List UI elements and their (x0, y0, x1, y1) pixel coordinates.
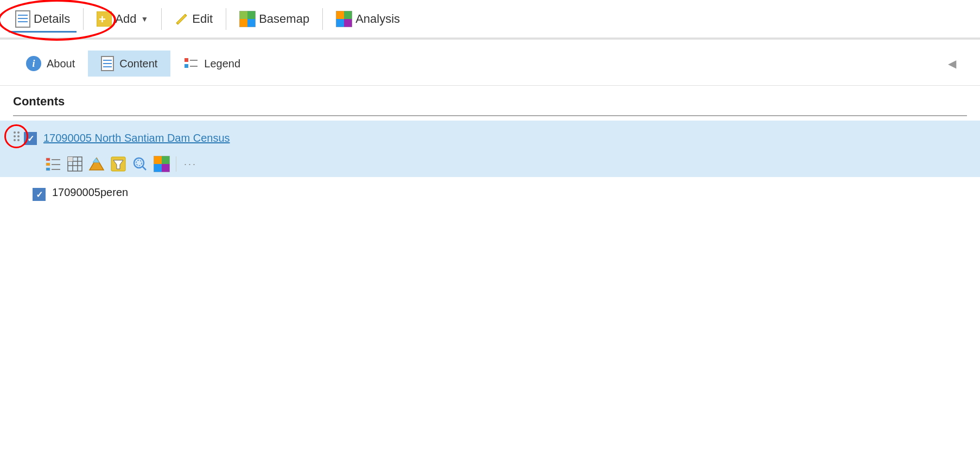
svg-rect-16 (336, 19, 344, 27)
zoom-to-tool[interactable] (130, 154, 150, 174)
svg-point-44 (136, 160, 142, 166)
contents-title: Contents (13, 94, 967, 109)
show-legend-icon (45, 156, 61, 172)
collapse-panel-button[interactable]: ◀ (937, 53, 967, 74)
divider-2 (161, 8, 162, 30)
about-icon: i (26, 56, 41, 71)
layer-analysis-icon (154, 156, 170, 172)
svg-rect-15 (344, 11, 352, 19)
filter-icon (110, 156, 126, 172)
details-label: Details (34, 12, 70, 26)
layer-tools-0: ··· (0, 151, 980, 177)
layer-analysis-tool[interactable] (152, 154, 171, 174)
layer-title-1[interactable]: 17090005peren (52, 186, 128, 199)
details-button[interactable]: Details (9, 7, 77, 33)
svg-rect-29 (46, 163, 50, 166)
svg-rect-23 (184, 58, 188, 62)
content-icon (101, 56, 114, 71)
divider-3 (226, 8, 226, 30)
svg-rect-17 (344, 19, 352, 27)
add-dropdown-arrow: ▼ (141, 15, 148, 23)
analysis-label: Analysis (355, 12, 400, 26)
edit-button[interactable]: Edit (168, 9, 219, 29)
three-dots-icon: ··· (184, 159, 197, 170)
svg-rect-47 (162, 156, 170, 164)
main-toolbar: Details + Add ▼ Edit (0, 0, 980, 39)
svg-rect-9 (239, 11, 247, 19)
basemap-icon (239, 11, 256, 27)
svg-line-45 (142, 166, 146, 170)
show-table-icon (67, 156, 83, 172)
legend-button[interactable]: Legend (170, 51, 253, 76)
analysis-icon (336, 11, 352, 27)
svg-rect-49 (162, 164, 170, 172)
add-icon: + (97, 11, 112, 27)
basemap-button[interactable]: Basemap (233, 8, 316, 30)
edit-icon (175, 12, 189, 26)
about-label: About (47, 58, 75, 70)
show-legend-tool[interactable] (43, 154, 63, 174)
svg-rect-38 (68, 157, 73, 161)
svg-rect-48 (154, 164, 162, 172)
svg-rect-25 (184, 64, 188, 68)
basemap-label: Basemap (259, 12, 309, 26)
contents-divider (13, 115, 967, 116)
more-options-tool[interactable]: ··· (181, 154, 200, 174)
sub-toolbar: i About Content Legend ◀ (0, 40, 980, 86)
edit-label: Edit (192, 12, 213, 26)
svg-rect-10 (247, 11, 256, 19)
svg-marker-6 (176, 14, 187, 24)
change-style-icon (88, 156, 105, 172)
content-button[interactable]: Content (88, 51, 170, 77)
details-icon (15, 10, 30, 28)
layer-title-0[interactable]: 17090005 North Santiam Dam Census (43, 132, 230, 144)
legend-label: Legend (204, 58, 240, 70)
svg-rect-27 (46, 158, 50, 161)
filter-tool[interactable] (109, 154, 128, 174)
zoom-to-icon (132, 156, 148, 172)
layer-item: 17090005 North Santiam Dam Census (0, 121, 980, 177)
details-btn-wrapper: Details (9, 7, 77, 31)
divider-1 (83, 8, 84, 30)
legend-icon (183, 56, 199, 71)
svg-rect-12 (247, 19, 256, 27)
analysis-button[interactable]: Analysis (329, 8, 406, 30)
content-label: Content (119, 58, 157, 70)
divider-4 (322, 8, 323, 30)
svg-rect-31 (46, 168, 50, 171)
about-button[interactable]: i About (13, 51, 88, 77)
layer-tool-divider (176, 156, 176, 172)
svg-text:+: + (99, 12, 106, 26)
svg-rect-46 (154, 156, 162, 164)
layer-item-1: 17090005peren (0, 177, 980, 207)
svg-rect-14 (336, 11, 344, 19)
add-label: Add (115, 12, 136, 26)
layer-checkbox-1[interactable] (33, 188, 46, 201)
show-table-tool[interactable] (65, 154, 85, 174)
svg-rect-11 (239, 19, 247, 27)
contents-section: Contents (0, 86, 980, 121)
layer-checkbox-0[interactable] (24, 132, 37, 145)
drag-handle[interactable] (9, 126, 24, 147)
add-button[interactable]: + Add ▼ (90, 8, 155, 30)
layer-list: 17090005 North Santiam Dam Census (0, 121, 980, 207)
change-style-tool[interactable] (87, 154, 106, 174)
